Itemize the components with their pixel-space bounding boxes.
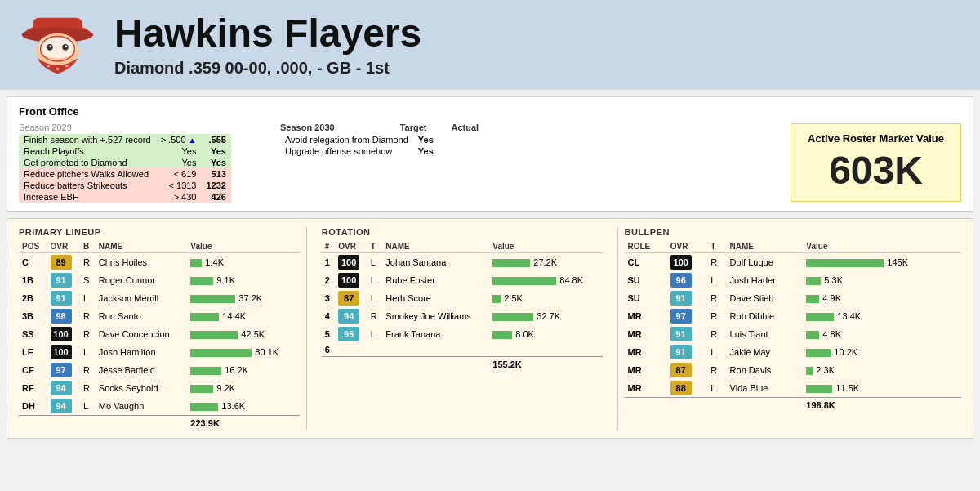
col-value: Value: [187, 240, 299, 253]
lineup-row: CF 97 R Jesse Barfield 16.2K: [19, 361, 300, 379]
bp-name: Ron Davis: [727, 361, 804, 379]
team-name: Hawkins Flayers: [114, 12, 421, 56]
lineup-total: 223.9K: [187, 416, 299, 431]
player-value: 9.2K: [187, 379, 299, 397]
player-hand: R: [80, 325, 96, 343]
col-value-b: Value: [803, 240, 961, 253]
pitcher-value: [489, 343, 602, 357]
pitcher-num: 3: [322, 289, 335, 307]
player-ovr: 91: [47, 289, 80, 307]
rotation-total: 155.2K: [489, 357, 602, 372]
player-value: 13.6K: [187, 397, 299, 416]
player-hand: R: [80, 253, 96, 272]
rotation-row: 1 100 L Johan Santana 27.2K: [322, 253, 603, 272]
bp-name: Vida Blue: [727, 379, 804, 398]
player-name: Mo Vaughn: [96, 397, 188, 416]
pitcher-name: Frank Tanana: [382, 325, 489, 343]
lineup-row: LF 100 L Josh Hamilton 80.1K: [19, 343, 300, 361]
bp-value: 4.8K: [803, 325, 961, 343]
bp-hand: L: [707, 343, 726, 361]
bp-value: 10.2K: [803, 343, 961, 361]
player-name: Jesse Barfield: [96, 361, 188, 379]
bullpen-row: MR 91 L Jakie May 10.2K: [625, 343, 962, 361]
player-value: 9.1K: [187, 271, 299, 289]
player-ovr: 91: [47, 271, 80, 289]
col-t: T: [368, 240, 383, 253]
bullpen-block: BULLPEN ROLE OVR T NAME Value CL 100 R D…: [625, 227, 962, 430]
player-hand: L: [80, 397, 96, 416]
player-hand: R: [80, 379, 96, 397]
bp-ovr: 91: [667, 289, 708, 307]
player-name: Josh Hamilton: [96, 343, 188, 361]
player-hand: R: [80, 307, 96, 325]
pitcher-num: 1: [322, 253, 335, 272]
bp-name: Josh Hader: [727, 271, 804, 289]
rotation-table: # OVR T NAME Value 1 100 L Johan Santana…: [322, 240, 603, 371]
bp-ovr: 87: [667, 361, 708, 379]
bullpen-row: MR 87 R Ron Davis 2.3K: [625, 361, 962, 379]
bullpen-total-label: [625, 398, 804, 413]
team-info: Hawkins Flayers Diamond .359 00-00, .000…: [114, 12, 421, 78]
bp-name: Dolf Luque: [727, 253, 804, 272]
player-pos: SS: [19, 325, 47, 343]
player-pos: DH: [19, 397, 47, 416]
market-value-box: Active Roster Market Value 603K: [791, 123, 961, 202]
lineup-row: RF 94 R Socks Seybold 9.2K: [19, 379, 300, 397]
bp-ovr: 100: [667, 253, 708, 272]
bp-hand: L: [707, 379, 726, 398]
rotation-row: 5 95 L Frank Tanana 8.0K: [322, 325, 603, 343]
player-hand: S: [80, 271, 96, 289]
lineup-row: DH 94 L Mo Vaughn 13.6K: [19, 397, 300, 416]
bp-hand: R: [707, 325, 726, 343]
bp-ovr: 88: [667, 379, 708, 398]
fo-season2029: Season 2029 Finish season with +.527 rec…: [19, 123, 231, 203]
rotation-block: ROTATION # OVR T NAME Value 1 100 L Joha…: [322, 227, 603, 430]
player-hand: L: [80, 343, 96, 361]
player-ovr: 97: [47, 361, 80, 379]
bp-value: 145K: [803, 253, 961, 272]
player-hand: L: [80, 289, 96, 307]
pitcher-hand: L: [368, 289, 383, 307]
market-value-number: 603K: [808, 148, 944, 193]
bp-role: CL: [625, 253, 667, 272]
pitcher-value: 27.2K: [489, 253, 602, 272]
lineup-table: POS OVR B NAME Value C 89 R Chris Hoiles…: [19, 240, 300, 430]
fo-s2029-label: Season 2029: [19, 123, 231, 132]
player-ovr: 89: [47, 253, 80, 272]
svg-point-4: [38, 37, 76, 59]
rotation-total-label: [322, 357, 490, 372]
pitcher-ovr: 94: [335, 307, 368, 325]
fo-s2030-target-col: Target: [400, 123, 427, 132]
bullpen-row: SU 96 L Josh Hader 5.3K: [625, 271, 962, 289]
col-name: NAME: [96, 240, 188, 253]
player-ovr: 94: [47, 397, 80, 416]
rotation-row: 6: [322, 343, 603, 357]
player-pos: C: [19, 253, 47, 272]
player-name: Roger Connor: [96, 271, 188, 289]
bp-role: MR: [625, 307, 667, 325]
bp-role: MR: [625, 379, 667, 398]
divider-1: [306, 227, 307, 430]
fo-title: Front Office: [19, 105, 961, 118]
rotation-row: 4 94 R Smokey Joe Williams 32.7K: [322, 307, 603, 325]
fo-grid: Season 2029 Finish season with +.527 rec…: [19, 123, 961, 203]
player-name: Chris Hoiles: [96, 253, 188, 272]
bp-value: 11.5K: [803, 379, 961, 398]
pitcher-hand: L: [368, 271, 383, 289]
bullpen-title: BULLPEN: [625, 227, 962, 237]
pitcher-hand: L: [368, 325, 383, 343]
team-subtitle: Diamond .359 00-00, .000, - GB - 1st: [114, 59, 421, 78]
bullpen-table: ROLE OVR T NAME Value CL 100 R Dolf Luqu…: [625, 240, 962, 412]
lineup-block: PRIMARY LINEUP POS OVR B NAME Value C 89…: [19, 227, 300, 430]
col-ovr-r: OVR: [335, 240, 368, 253]
svg-point-8: [65, 65, 69, 68]
player-pos: 3B: [19, 307, 47, 325]
bp-name: Rob Dibble: [727, 307, 804, 325]
player-pos: RF: [19, 379, 47, 397]
bullpen-row: MR 88 L Vida Blue 11.5K: [625, 379, 962, 398]
player-ovr: 94: [47, 379, 80, 397]
pitcher-value: 2.5K: [489, 289, 602, 307]
player-name: Jackson Merrill: [96, 289, 188, 307]
col-value-r: Value: [489, 240, 602, 253]
pitcher-ovr: 87: [335, 289, 368, 307]
